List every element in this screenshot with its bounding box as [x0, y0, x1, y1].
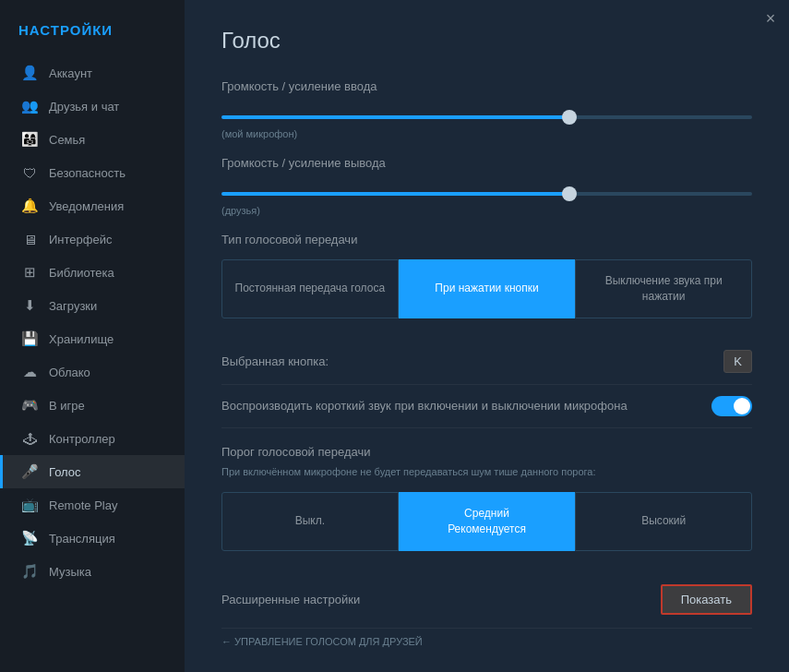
sidebar-title: НАСТРОЙКИ [0, 15, 185, 56]
sidebar-item-account[interactable]: 👤 Аккаунт [0, 56, 185, 90]
storage-icon: 💾 [21, 330, 38, 347]
sidebar-label-remoteplay: Remote Play [49, 498, 117, 512]
sidebar-label-friends: Друзья и чат [49, 100, 119, 114]
sound-toggle[interactable] [711, 396, 752, 416]
sidebar-item-remoteplay[interactable]: 📺 Remote Play [0, 488, 185, 522]
settings-modal: × НАСТРОЙКИ 👤 Аккаунт 👥 Друзья и чат 👨‍👩… [0, 0, 789, 672]
music-icon: 🎵 [21, 563, 38, 580]
toggle-knob [734, 398, 750, 414]
sidebar-item-interface[interactable]: 🖥 Интерфейс [0, 222, 185, 256]
family-icon: 👨‍👩‍👧 [21, 131, 38, 148]
sidebar-item-voice[interactable]: 🎤 Голос [0, 455, 185, 488]
sidebar-label-voice: Голос [49, 465, 81, 479]
mic-icon: 🎤 [21, 463, 38, 480]
sound-toggle-row: Воспроизводить короткий звук при включен… [221, 385, 752, 428]
download-icon: ⬇ [21, 297, 38, 314]
sidebar-label-library: Библиотека [49, 266, 114, 280]
key-setting-row: Выбранная кнопка: K [221, 339, 752, 385]
sidebar-item-cloud[interactable]: ☁ Облако [0, 355, 185, 389]
account-icon: 👤 [21, 65, 38, 81]
shield-icon: 🛡 [21, 164, 38, 181]
bell-icon: 🔔 [21, 198, 38, 214]
sidebar-item-friends[interactable]: 👥 Друзья и чат [0, 90, 185, 123]
broadcast-icon: 📡 [21, 530, 38, 546]
sidebar-item-broadcast[interactable]: 📡 Трансляция [0, 522, 185, 555]
sidebar-item-notifications[interactable]: 🔔 Уведомления [0, 189, 185, 222]
output-volume-sub: (друзья) [221, 205, 752, 216]
sidebar-item-ingame[interactable]: 🎮 В игре [0, 389, 185, 422]
ingame-icon: 🎮 [21, 397, 38, 414]
input-volume-slider[interactable] [221, 115, 752, 119]
controller-icon: 🕹 [21, 430, 38, 447]
sidebar-label-account: Аккаунт [49, 66, 92, 80]
sidebar-label-ingame: В игре [49, 399, 85, 413]
thresh-btn-medium[interactable]: СреднийРекомендуется [399, 492, 576, 551]
sidebar-item-controller[interactable]: 🕹 Контроллер [0, 422, 185, 455]
show-advanced-button[interactable]: Показать [661, 584, 752, 615]
thresh-btn-off[interactable]: Выкл. [221, 492, 399, 551]
input-volume-sub: (мой микрофон) [221, 128, 752, 139]
sidebar-label-family: Семья [49, 133, 85, 147]
input-volume-label: Громкость / усиление ввода [221, 79, 752, 93]
sidebar-item-music[interactable]: 🎵 Музыка [0, 555, 185, 588]
sidebar-label-cloud: Облако [49, 366, 90, 379]
close-button[interactable]: × [759, 7, 782, 30]
voice-btn-push-to-talk[interactable]: При нажатии кнопки [399, 259, 576, 318]
page-title: Голос [221, 28, 752, 54]
sidebar-item-downloads[interactable]: ⬇ Загрузки [0, 289, 185, 322]
voice-type-label: Тип голосовой передачи [221, 233, 752, 246]
sidebar-item-library[interactable]: ⊞ Библиотека [0, 256, 185, 289]
voice-btn-mute[interactable]: Выключение звука при нажатии [575, 259, 752, 318]
output-volume-slider-wrapper [221, 183, 752, 199]
sidebar-label-broadcast: Трансляция [49, 532, 115, 546]
output-volume-label: Громкость / усиление вывода [221, 156, 752, 170]
sidebar-label-notifications: Уведомления [49, 199, 124, 213]
voice-btn-continuous[interactable]: Постоянная передача голоса [221, 259, 399, 318]
sidebar-label-storage: Хранилище [49, 332, 114, 346]
sidebar-label-downloads: Загрузки [49, 299, 97, 313]
sidebar-label-security: Безопасность [49, 166, 126, 180]
sidebar: НАСТРОЙКИ 👤 Аккаунт 👥 Друзья и чат 👨‍👩‍👧… [0, 0, 185, 672]
friends-icon: 👥 [21, 98, 38, 114]
advanced-label: Расширенные настройки [221, 593, 360, 606]
voice-type-buttons: Постоянная передача голоса При нажатии к… [221, 259, 752, 318]
input-volume-slider-wrapper [221, 106, 752, 123]
sidebar-label-music: Музыка [49, 565, 91, 579]
key-badge[interactable]: K [723, 350, 752, 373]
library-icon: ⊞ [21, 264, 38, 281]
sidebar-item-security[interactable]: 🛡 Безопасность [0, 156, 185, 189]
output-volume-slider[interactable] [221, 192, 752, 196]
sidebar-item-family[interactable]: 👨‍👩‍👧 Семья [0, 123, 185, 156]
monitor-icon: 🖥 [21, 231, 38, 247]
sound-toggle-label: Воспроизводить короткий звук при включен… [221, 399, 628, 413]
main-content: Голос Громкость / усиление ввода (мой ми… [185, 0, 789, 672]
bottom-info: ← УПРАВЛЕНИЕ ГОЛОСОМ ДЛЯ ДРУЗЕЙ [221, 628, 752, 647]
sidebar-label-controller: Контроллер [49, 432, 115, 446]
advanced-settings-row: Расширенные настройки Показать [221, 571, 752, 628]
key-label: Выбранная кнопка: [221, 354, 329, 368]
threshold-buttons: Выкл. СреднийРекомендуется Высокий [221, 492, 752, 551]
threshold-title: Порог голосовой передачи [221, 445, 752, 459]
thresh-btn-high[interactable]: Высокий [575, 492, 752, 551]
remoteplay-icon: 📺 [21, 497, 38, 513]
cloud-icon: ☁ [21, 364, 38, 380]
sidebar-label-interface: Интерфейс [49, 233, 112, 246]
threshold-desc: При включённом микрофоне не будет переда… [221, 464, 752, 480]
sidebar-item-storage[interactable]: 💾 Хранилище [0, 322, 185, 355]
